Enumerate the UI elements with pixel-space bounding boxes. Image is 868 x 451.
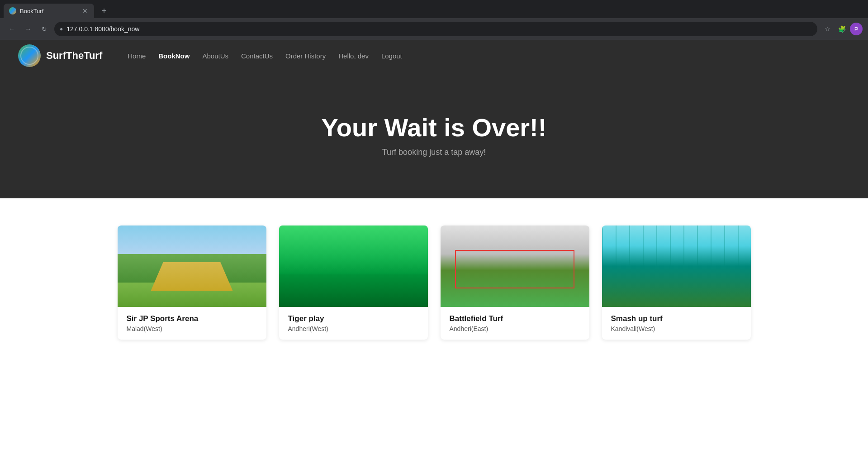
turf-card-image-1 bbox=[279, 226, 428, 307]
turf-card[interactable]: Smash up turfKandivali(West) bbox=[602, 226, 751, 340]
nav-logout[interactable]: Logout bbox=[381, 52, 402, 60]
card-turf-location: Andheri(East) bbox=[450, 325, 580, 332]
forward-button[interactable]: → bbox=[22, 23, 34, 35]
turf-card[interactable]: Sir JP Sports ArenaMalad(West) bbox=[118, 226, 266, 340]
card-turf-location: Kandivali(West) bbox=[611, 325, 742, 332]
hero-subtitle: Turf booking just a tap away! bbox=[382, 148, 486, 157]
card-turf-name: Sir JP Sports Arena bbox=[127, 314, 257, 323]
address-bar[interactable]: ● 127.0.0.1:8000/book_now bbox=[54, 22, 817, 36]
tab-title: BookTurf bbox=[20, 8, 78, 14]
turf-card-image-3 bbox=[602, 226, 751, 307]
url-text: 127.0.0.1:8000/book_now bbox=[66, 25, 139, 33]
site-header: SurfTheTurf Home BookNow AboutUs Contact… bbox=[0, 40, 868, 72]
turf-card-image-0 bbox=[118, 226, 266, 307]
card-turf-name: Battlefield Turf bbox=[450, 314, 580, 323]
nav-hello[interactable]: Hello, dev bbox=[338, 52, 369, 60]
tab-bar: BookTurf ✕ + bbox=[0, 0, 868, 18]
new-tab-button[interactable]: + bbox=[98, 5, 110, 17]
browser-tab[interactable]: BookTurf ✕ bbox=[4, 4, 94, 18]
hero-title: Your Wait is Over!! bbox=[322, 113, 547, 142]
back-button[interactable]: ← bbox=[5, 23, 18, 35]
profile-icon[interactable]: P bbox=[850, 23, 863, 35]
nav-book-now[interactable]: BookNow bbox=[158, 52, 190, 60]
toolbar-icons: ☆ 🧩 P bbox=[821, 23, 863, 35]
tab-close-button[interactable]: ✕ bbox=[81, 7, 89, 14]
logo-inner bbox=[20, 47, 38, 65]
lock-icon: ● bbox=[60, 26, 63, 32]
nav-contact[interactable]: ContactUs bbox=[241, 52, 273, 60]
reload-button[interactable]: ↻ bbox=[38, 23, 51, 35]
turf-card[interactable]: Battlefield TurfAndheri(East) bbox=[441, 226, 589, 340]
card-turf-name: Tiger play bbox=[288, 314, 419, 323]
card-body: Smash up turfKandivali(West) bbox=[602, 307, 751, 340]
card-turf-location: Andheri(West) bbox=[288, 325, 419, 332]
card-body: Battlefield TurfAndheri(East) bbox=[441, 307, 589, 340]
card-body: Tiger playAndheri(West) bbox=[279, 307, 428, 340]
browser-chrome: BookTurf ✕ + ← → ↻ ● 127.0.0.1:8000/book… bbox=[0, 0, 868, 40]
nav-about[interactable]: AboutUs bbox=[202, 52, 228, 60]
nav-order-history[interactable]: Order History bbox=[285, 52, 326, 60]
extensions-icon[interactable]: 🧩 bbox=[835, 23, 848, 35]
card-body: Sir JP Sports ArenaMalad(West) bbox=[118, 307, 266, 340]
turf-card[interactable]: Tiger playAndheri(West) bbox=[279, 226, 428, 340]
tab-favicon bbox=[9, 7, 16, 14]
hero-section: Your Wait is Over!! Turf booking just a … bbox=[0, 72, 868, 198]
turf-card-image-2 bbox=[441, 226, 589, 307]
site-logo bbox=[18, 44, 41, 67]
cards-grid: Sir JP Sports ArenaMalad(West)Tiger play… bbox=[118, 226, 751, 340]
bookmark-icon[interactable]: ☆ bbox=[821, 23, 834, 35]
browser-controls-bar: ← → ↻ ● 127.0.0.1:8000/book_now ☆ 🧩 P bbox=[0, 18, 868, 40]
site-name: SurfTheTurf bbox=[46, 50, 102, 62]
logo-container: SurfTheTurf bbox=[18, 44, 102, 67]
card-turf-location: Malad(West) bbox=[127, 325, 257, 332]
cards-section: Sir JP Sports ArenaMalad(West)Tiger play… bbox=[0, 198, 868, 358]
card-turf-name: Smash up turf bbox=[611, 314, 742, 323]
site-nav: Home BookNow AboutUs ContactUs Order His… bbox=[128, 52, 402, 60]
nav-home[interactable]: Home bbox=[128, 52, 146, 60]
